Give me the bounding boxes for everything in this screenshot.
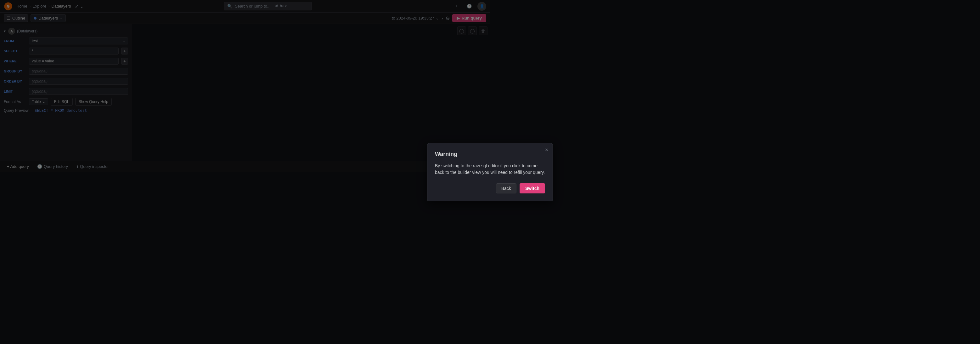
modal-body: By switching to the raw sql editor if yo… — [435, 163, 490, 172]
modal-overlay[interactable]: × Warning By switching to the raw sql ed… — [0, 0, 490, 172]
modal-title: Warning — [435, 151, 490, 157]
warning-modal: × Warning By switching to the raw sql ed… — [427, 143, 490, 172]
